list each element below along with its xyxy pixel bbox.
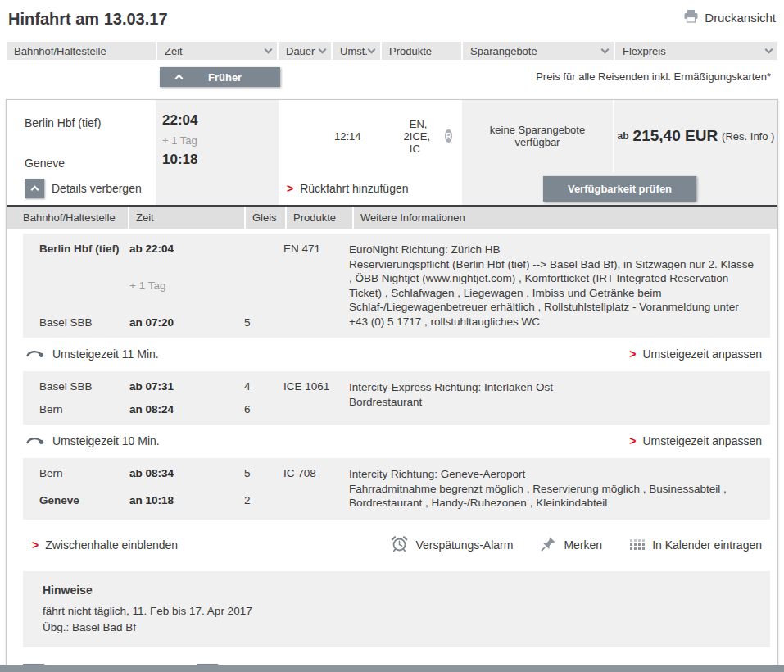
filter-changes[interactable]: Umst. — [333, 42, 380, 60]
leg-dep-platform: 4 — [244, 380, 283, 393]
filter-station: Bahnhof/Haltestelle — [7, 42, 156, 60]
details-toggle-button[interactable] — [25, 179, 44, 198]
filter-saver-fares[interactable]: Sparangebote — [463, 42, 614, 60]
topbar: Hinfahrt am 13.03.17 Druckansicht — [0, 0, 784, 37]
transfer-time-label: Umsteigezeit 10 Min. — [52, 434, 160, 447]
col-header-time: Zeit — [129, 207, 244, 229]
details-toggle-label: Details verbergen — [52, 182, 142, 195]
notes-text: fährt nicht täglich, 11. Feb bis 17. Apr… — [43, 603, 760, 637]
transfer-row-1: Umsteigezeit 11 Min. > Umsteigezeit anpa… — [23, 342, 770, 366]
leg-dep-time: ab 22:04 — [129, 243, 244, 255]
connection-card: Berlin Hbf (tief) Geneve 22:04 + 1 Tag 1… — [6, 99, 778, 672]
leg-arr-platform: 6 — [244, 403, 283, 415]
transfer-row-2: Umsteigezeit 10 Min. > Umsteigezeit anpa… — [23, 429, 770, 453]
connection-summary: Berlin Hbf (tief) Geneve 22:04 + 1 Tag 1… — [7, 100, 777, 205]
price-value: 215,40 EUR — [633, 127, 718, 145]
subbar: Früher Preis für alle Reisenden inkl. Er… — [7, 67, 777, 95]
filter-flex-fare[interactable]: Flexpreis — [615, 42, 777, 60]
leg-arr-platform: 5 — [244, 316, 283, 329]
journey-leg-1: Berlin Hbf (tief) ab 22:04 EN 471 + 1 Ta… — [23, 234, 770, 338]
journey-leg-2: Basel SBB ab 07:31 4 ICE 1061 Bern an 08… — [23, 371, 770, 425]
page-bottom-bar — [0, 665, 784, 672]
summary-products: EN, ICE, IC R — [410, 118, 452, 155]
delay-alarm-link[interactable]: Verspätungs-Alarm — [391, 535, 513, 555]
summary-saver-fares: keine Sparangebote verfügbar — [462, 100, 613, 172]
summary-day-offset: + 1 Tag — [162, 134, 279, 147]
leg-dep-station: Bern — [39, 467, 129, 484]
check-availability-button[interactable]: Verfügbarkeit prüfen — [543, 176, 696, 202]
notes-title: Hinweise — [43, 583, 760, 597]
price-note: Preis für alle Reisenden inkl. Ermäßigun… — [536, 70, 771, 83]
transfer-time-label: Umsteigezeit 11 Min. — [52, 347, 159, 361]
chevron-down-icon — [765, 46, 773, 54]
summary-arrival-time: 10:18 — [162, 152, 279, 168]
leg-dep-time: ab 08:34 — [129, 467, 244, 484]
transfer-icon — [25, 347, 44, 361]
leg-train-number: ICE 1061 — [283, 380, 349, 393]
leg-day-offset: + 1 Tag — [129, 279, 244, 292]
leg-train-number: EN 471 — [283, 243, 349, 255]
pushpin-icon — [541, 536, 556, 554]
summary-stations: Berlin Hbf (tief) Geneve — [7, 100, 156, 172]
adjust-transfer-link[interactable]: > Umsteigezeit anpassen — [629, 434, 762, 447]
earlier-button[interactable]: Früher — [160, 67, 280, 87]
adjust-transfer-link[interactable]: > Umsteigezeit anpassen — [629, 347, 762, 361]
journey-leg-3: Bern ab 08:34 5 IC 708 Geneve an 10:18 2… — [23, 458, 770, 520]
details-toggle[interactable]: Details verbergen — [7, 172, 156, 205]
leg-info: Intercity Richtung: Geneve-Aeroport Fahr… — [349, 467, 762, 511]
alarm-clock-icon — [391, 535, 408, 555]
chevron-down-icon — [319, 46, 327, 54]
summary-from-station: Berlin Hbf (tief) — [25, 116, 156, 129]
leg-arr-time: an 10:18 — [129, 494, 244, 506]
summary-departure-time: 22:04 — [162, 112, 279, 129]
leg-dep-platform: 5 — [244, 467, 283, 484]
detail-table-header: Bahnhof/Haltestelle Zeit Gleis Produkte … — [7, 205, 777, 229]
printer-icon — [683, 10, 699, 25]
leg-dep-time: ab 07:31 — [129, 380, 244, 393]
red-arrow-icon: > — [32, 539, 39, 551]
sort-filter-bar: Bahnhof/Haltestelle Zeit Dauer Umst. Pro… — [7, 42, 777, 60]
leg-arr-station: Geneve — [39, 494, 129, 511]
summary-to-station: Geneve — [25, 157, 156, 170]
reservation-badge-icon: R — [445, 129, 452, 143]
summary-check-cell: Verfügbarkeit prüfen — [462, 172, 777, 205]
price-prefix: ab — [618, 130, 629, 142]
chevron-down-icon — [368, 46, 376, 54]
leg-dep-station: Basel SBB — [39, 380, 129, 393]
print-view-link[interactable]: Druckansicht — [683, 10, 776, 25]
chevron-up-icon — [175, 75, 184, 83]
summary-return-cell: > Rückfahrt hinzufügen — [279, 172, 462, 205]
bookmark-link[interactable]: Merken — [541, 536, 602, 554]
journey-details-page: Hinfahrt am 13.03.17 Druckansicht Bahnho… — [0, 0, 784, 672]
transfer-icon — [25, 434, 44, 447]
calendar-grid-icon — [630, 539, 645, 550]
add-to-calendar-link[interactable]: In Kalender eintragen — [630, 538, 762, 552]
red-arrow-icon: > — [629, 435, 636, 447]
summary-times: 22:04 + 1 Tag 10:18 — [156, 100, 279, 205]
chevron-up-icon — [30, 186, 39, 194]
add-return-link[interactable]: > Rückfahrt hinzufügen — [287, 182, 409, 195]
summary-middle: 12:14 2 EN, ICE, IC R — [279, 100, 462, 172]
col-header-products: Produkte — [287, 207, 352, 229]
col-header-platform: Gleis — [246, 207, 285, 229]
show-stops-link[interactable]: > Zwischenhalte einblenden — [32, 538, 178, 552]
actions-right: Verspätungs-Alarm Merken — [391, 535, 762, 555]
leg-arr-time: an 07:20 — [129, 316, 244, 329]
reservation-info-link[interactable]: (Res. Info ) — [722, 130, 774, 143]
page-title: Hinfahrt am 13.03.17 — [8, 10, 168, 29]
leg-dep-station: Berlin Hbf (tief) — [39, 243, 129, 255]
leg-arr-station: Basel SBB — [39, 316, 129, 329]
col-header-info: Weitere Informationen — [354, 207, 777, 229]
leg-arr-station: Bern — [39, 403, 129, 415]
col-header-station: Bahnhof/Haltestelle — [7, 207, 128, 229]
summary-price: ab 215,40 EUR (Res. Info ) — [613, 100, 777, 172]
leg-arr-time: an 08:24 — [129, 403, 244, 415]
chevron-down-icon — [265, 46, 273, 54]
filter-products: Produkte — [382, 42, 461, 60]
filter-time[interactable]: Zeit — [157, 42, 277, 60]
red-arrow-icon: > — [629, 348, 636, 360]
notes-box: Hinweise fährt nicht täglich, 11. Feb bi… — [23, 571, 770, 648]
filter-duration[interactable]: Dauer — [279, 42, 331, 60]
print-view-label: Druckansicht — [705, 11, 776, 25]
actions-row: > Zwischenhalte einblenden Verspätungs-A… — [29, 530, 770, 560]
